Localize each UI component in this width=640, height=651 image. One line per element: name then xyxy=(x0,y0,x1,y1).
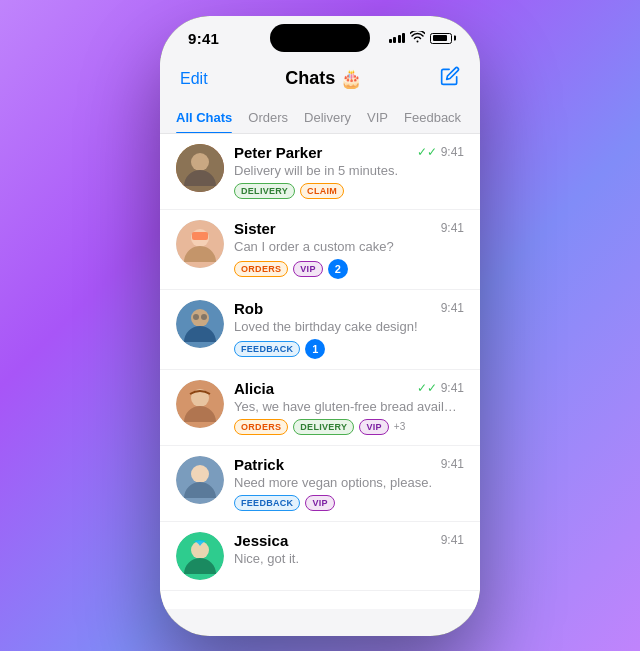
tab-feedback[interactable]: Feedback xyxy=(404,102,461,133)
tag-delivery: DELIVERY xyxy=(293,419,354,435)
list-item[interactable]: Rob 9:41 Loved the birthday cake design!… xyxy=(160,290,480,370)
tag-orders: ORDERS xyxy=(234,261,288,277)
edit-button[interactable]: Edit xyxy=(180,70,208,88)
read-check-icon: ✓✓ xyxy=(417,381,437,395)
tags-row: ORDERS VIP 2 xyxy=(234,259,464,279)
page-title: Chats 🎂 xyxy=(285,68,362,90)
svg-point-7 xyxy=(193,314,199,320)
chat-content: Patrick 9:41 Need more vegan options, pl… xyxy=(234,456,464,511)
chat-preview: Nice, got it. xyxy=(234,551,464,566)
read-check-icon: ✓✓ xyxy=(417,145,437,159)
chat-preview: Loved the birthday cake design! xyxy=(234,319,464,334)
avatar xyxy=(176,456,224,504)
tag-feedback: FEEDBACK xyxy=(234,341,300,357)
chat-name: Sister xyxy=(234,220,276,237)
phone-frame: 9:41 xyxy=(160,16,480,636)
battery-icon xyxy=(430,33,452,44)
chat-name: Patrick xyxy=(234,456,284,473)
tag-vip: VIP xyxy=(293,261,322,277)
compose-button[interactable] xyxy=(440,66,460,92)
wifi-icon xyxy=(410,31,425,46)
tab-vip[interactable]: VIP xyxy=(367,102,388,133)
extra-tags: +3 xyxy=(394,421,405,432)
unread-badge: 1 xyxy=(305,339,325,359)
chat-time: 9:41 xyxy=(441,381,464,395)
unread-badge: 2 xyxy=(328,259,348,279)
status-time: 9:41 xyxy=(188,30,219,47)
tag-feedback: FEEDBACK xyxy=(234,495,300,511)
avatar xyxy=(176,380,224,428)
chat-preview: Delivery will be in 5 minutes. xyxy=(234,163,464,178)
tag-vip: VIP xyxy=(305,495,334,511)
list-item[interactable]: Jessica 9:41 Nice, got it. xyxy=(160,522,480,591)
chat-content: Jessica 9:41 Nice, got it. xyxy=(234,532,464,571)
app-header: Edit Chats 🎂 xyxy=(160,58,480,102)
list-item[interactable]: Alicia ✓✓ 9:41 Yes, we have gluten-free … xyxy=(160,370,480,446)
chat-content: Alicia ✓✓ 9:41 Yes, we have gluten-free … xyxy=(234,380,464,435)
chat-preview: Need more vegan options, please. xyxy=(234,475,464,490)
chat-preview: Yes, we have gluten-free bread available… xyxy=(234,399,464,414)
avatar xyxy=(176,144,224,192)
tags-row: ORDERS DELIVERY VIP +3 xyxy=(234,419,464,435)
svg-point-12 xyxy=(191,465,209,483)
chat-name: Jessica xyxy=(234,532,288,549)
tag-orders: ORDERS xyxy=(234,419,288,435)
chat-content: Sister 9:41 Can I order a custom cake? O… xyxy=(234,220,464,279)
avatar xyxy=(176,532,224,580)
avatar xyxy=(176,300,224,348)
tag-vip: VIP xyxy=(359,419,388,435)
tags-row: FEEDBACK VIP xyxy=(234,495,464,511)
chat-time-area: ✓✓ 9:41 xyxy=(417,381,464,395)
tabs-bar: All Chats Orders Delivery VIP Feedback xyxy=(160,102,480,134)
tag-delivery: DELIVERY xyxy=(234,183,295,199)
chat-time: 9:41 xyxy=(441,221,464,235)
tags-row: DELIVERY CLAIM xyxy=(234,183,464,199)
list-item[interactable]: Sister 9:41 Can I order a custom cake? O… xyxy=(160,210,480,290)
status-icons xyxy=(389,31,453,46)
chat-content: Peter Parker ✓✓ 9:41 Delivery will be in… xyxy=(234,144,464,199)
chat-time-area: ✓✓ 9:41 xyxy=(417,145,464,159)
tab-orders[interactable]: Orders xyxy=(248,102,288,133)
svg-rect-4 xyxy=(192,232,208,240)
tab-all-chats[interactable]: All Chats xyxy=(176,102,232,133)
chat-name: Alicia xyxy=(234,380,274,397)
tags-row: FEEDBACK 1 xyxy=(234,339,464,359)
chat-time: 9:41 xyxy=(441,301,464,315)
svg-point-8 xyxy=(201,314,207,320)
tag-claim: CLAIM xyxy=(300,183,344,199)
dynamic-island xyxy=(270,24,370,52)
avatar xyxy=(176,220,224,268)
chat-name: Peter Parker xyxy=(234,144,322,161)
chat-list: Peter Parker ✓✓ 9:41 Delivery will be in… xyxy=(160,134,480,609)
svg-point-1 xyxy=(191,153,209,171)
chat-time: 9:41 xyxy=(441,533,464,547)
chat-time: 9:41 xyxy=(441,145,464,159)
tab-delivery[interactable]: Delivery xyxy=(304,102,351,133)
chat-time: 9:41 xyxy=(441,457,464,471)
phone-screen: 9:41 xyxy=(160,16,480,636)
signal-bars-icon xyxy=(389,33,406,43)
list-item[interactable]: Peter Parker ✓✓ 9:41 Delivery will be in… xyxy=(160,134,480,210)
chat-content: Rob 9:41 Loved the birthday cake design!… xyxy=(234,300,464,359)
chat-preview: Can I order a custom cake? xyxy=(234,239,464,254)
list-item[interactable]: Patrick 9:41 Need more vegan options, pl… xyxy=(160,446,480,522)
chat-name: Rob xyxy=(234,300,263,317)
